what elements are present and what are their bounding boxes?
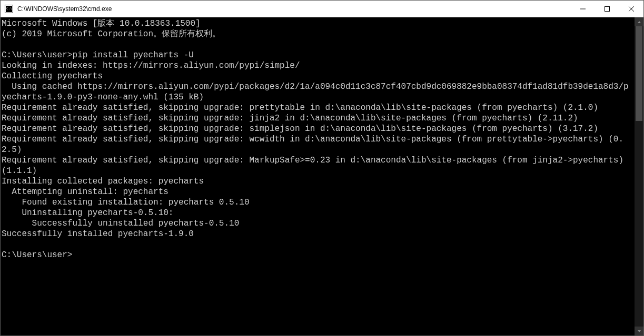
scroll-down-button[interactable]	[635, 327, 643, 335]
svg-marker-8	[638, 21, 641, 23]
scroll-track[interactable]	[635, 26, 643, 327]
cmd-icon: C:\	[5, 5, 13, 13]
terminal-area: Microsoft Windows [版本 10.0.18363.1500] (…	[1, 17, 643, 335]
window-controls	[571, 1, 643, 17]
scroll-up-button[interactable]	[635, 17, 643, 26]
svg-text:C:\: C:\	[6, 6, 12, 10]
scrollbar[interactable]	[635, 17, 643, 335]
svg-marker-9	[638, 330, 641, 332]
cmd-window: C:\ C:\WINDOWS\system32\cmd.exe Microsof…	[0, 0, 644, 336]
window-title: C:\WINDOWS\system32\cmd.exe	[17, 5, 571, 13]
scroll-thumb[interactable]	[636, 26, 642, 121]
maximize-button[interactable]	[595, 1, 619, 17]
minimize-button[interactable]	[571, 1, 595, 17]
terminal-output[interactable]: Microsoft Windows [版本 10.0.18363.1500] (…	[1, 17, 635, 335]
svg-rect-5	[605, 6, 610, 11]
titlebar[interactable]: C:\ C:\WINDOWS\system32\cmd.exe	[1, 1, 643, 17]
close-button[interactable]	[619, 1, 643, 17]
